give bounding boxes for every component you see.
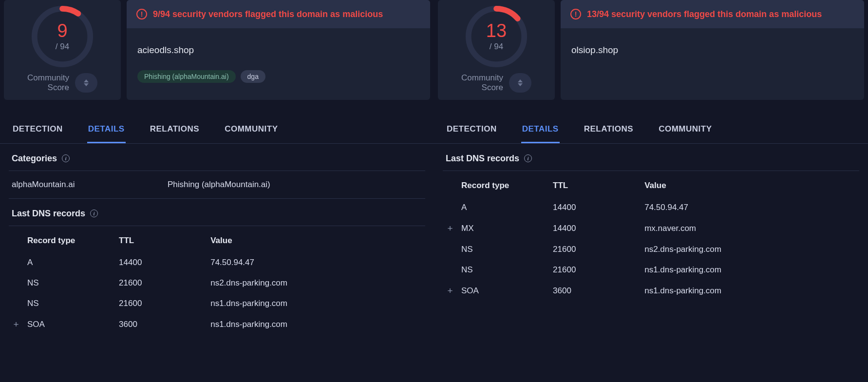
- dns-ttl: 3600: [115, 314, 207, 335]
- dns-type: NS: [23, 273, 115, 293]
- downvote-icon: [518, 83, 523, 86]
- dns-ttl: 21600: [549, 260, 641, 280]
- score-gauge: 9 / 94: [31, 5, 94, 68]
- tag[interactable]: Phishing (alphaMountain.ai): [137, 70, 236, 83]
- dns-header: Value: [641, 174, 859, 197]
- community-label-line1: Community: [461, 73, 503, 83]
- detail-card: ! 13/94 security vendors flagged this do…: [561, 0, 864, 100]
- community-vote-toggle[interactable]: [509, 73, 531, 93]
- score-card: 13 / 94 Community Score: [438, 0, 555, 100]
- dns-row: +SOA3600ns1.dns-parking.com: [9, 314, 425, 335]
- expand-icon: [9, 273, 23, 293]
- dns-row: NS21600ns2.dns-parking.com: [443, 239, 859, 260]
- score-gauge: 13 / 94: [465, 5, 528, 68]
- dns-heading: Last DNS records: [446, 153, 519, 164]
- dns-val: ns1.dns-parking.com: [641, 260, 859, 280]
- dns-section: Last DNS records i Record typeTTLValueA1…: [0, 199, 434, 335]
- community-score: Community Score: [27, 73, 97, 93]
- alert-text: 9/94 security vendors flagged this domai…: [153, 9, 383, 19]
- upvote-icon: [518, 79, 523, 82]
- tab-relations[interactable]: RELATIONS: [149, 117, 200, 143]
- dns-type: MX: [457, 218, 549, 239]
- dns-val: ns1.dns-parking.com: [207, 314, 425, 335]
- community-label-line2: Score: [27, 83, 69, 93]
- dns-val: 74.50.94.47: [641, 197, 859, 218]
- detection-total: / 94: [490, 42, 503, 52]
- dns-val: 74.50.94.47: [207, 252, 425, 273]
- community-score: Community Score: [461, 73, 531, 93]
- dns-type: NS: [23, 293, 115, 314]
- result-panel-left: 9 / 94 Community Score ! 9/94 security v…: [0, 0, 434, 382]
- dns-row: +MX14400mx.naver.com: [443, 218, 859, 239]
- dns-ttl: 14400: [549, 218, 641, 239]
- dns-row: +SOA3600ns1.dns-parking.com: [443, 280, 859, 302]
- dns-val: ns1.dns-parking.com: [207, 293, 425, 314]
- categories-section: Categories i alphaMountain.ai Phishing (…: [0, 144, 434, 199]
- tag-row: Phishing (alphaMountain.ai)dga: [137, 70, 419, 83]
- expand-icon: [443, 239, 457, 260]
- dns-val: mx.naver.com: [641, 218, 859, 239]
- tag[interactable]: dga: [241, 70, 265, 83]
- tab-details[interactable]: DETAILS: [521, 117, 560, 143]
- score-card: 9 / 94 Community Score: [4, 0, 121, 100]
- dns-ttl: 3600: [549, 280, 641, 302]
- alert-text: 13/94 security vendors flagged this doma…: [587, 9, 822, 19]
- detection-score: 9: [57, 21, 67, 40]
- tab-detection[interactable]: DETECTION: [12, 117, 64, 143]
- community-vote-toggle[interactable]: [75, 73, 97, 93]
- dns-type: NS: [457, 239, 549, 260]
- dns-val: ns2.dns-parking.com: [641, 239, 859, 260]
- tab-relations[interactable]: RELATIONS: [583, 117, 634, 143]
- community-label-line2: Score: [461, 83, 503, 93]
- dns-row: A1440074.50.94.47: [443, 197, 859, 218]
- info-icon[interactable]: i: [524, 154, 532, 162]
- downvote-icon: [84, 83, 89, 86]
- malicious-alert: ! 9/94 security vendors flagged this dom…: [127, 0, 430, 28]
- expand-icon[interactable]: +: [9, 314, 23, 335]
- detail-card: ! 9/94 security vendors flagged this dom…: [127, 0, 430, 100]
- detail-tabs: DETECTIONDETAILSRELATIONSCOMMUNITY: [434, 117, 868, 144]
- tab-community[interactable]: COMMUNITY: [658, 117, 713, 143]
- categories-heading: Categories: [12, 153, 57, 164]
- dns-table: Record typeTTLValueA1440074.50.94.47NS21…: [9, 229, 425, 335]
- dns-ttl: 21600: [549, 239, 641, 260]
- dns-row: NS21600ns1.dns-parking.com: [443, 260, 859, 280]
- dns-header: Record type: [457, 174, 549, 197]
- community-label-line1: Community: [27, 73, 69, 83]
- expand-icon[interactable]: +: [443, 218, 457, 239]
- dns-type: SOA: [457, 280, 549, 302]
- upvote-icon: [84, 79, 89, 82]
- detection-total: / 94: [56, 42, 69, 52]
- dns-type: A: [23, 252, 115, 273]
- tab-community[interactable]: COMMUNITY: [224, 117, 279, 143]
- top-row: 9 / 94 Community Score ! 9/94 security v…: [0, 0, 434, 100]
- dns-type: A: [457, 197, 549, 218]
- dns-row: A1440074.50.94.47: [9, 252, 425, 273]
- dns-header: TTL: [549, 174, 641, 197]
- dns-type: SOA: [23, 314, 115, 335]
- dns-row: NS21600ns1.dns-parking.com: [9, 293, 425, 314]
- domain-name: acieodls.shop: [137, 45, 419, 56]
- expand-icon: [443, 197, 457, 218]
- info-icon[interactable]: i: [90, 210, 98, 217]
- info-icon[interactable]: i: [62, 154, 70, 162]
- dns-val: ns1.dns-parking.com: [641, 280, 859, 302]
- expand-icon: [443, 260, 457, 280]
- alert-icon: !: [136, 9, 147, 19]
- expand-icon: [9, 293, 23, 314]
- expand-icon[interactable]: +: [443, 280, 457, 302]
- category-vendor: alphaMountain.ai: [12, 180, 168, 190]
- expand-icon: [9, 252, 23, 273]
- dns-section: Last DNS records i Record typeTTLValueA1…: [434, 144, 868, 302]
- dns-table: Record typeTTLValueA1440074.50.94.47+MX1…: [443, 174, 859, 302]
- dns-row: NS21600ns2.dns-parking.com: [9, 273, 425, 293]
- malicious-alert: ! 13/94 security vendors flagged this do…: [561, 0, 864, 28]
- tab-detection[interactable]: DETECTION: [446, 117, 498, 143]
- result-panel-right: 13 / 94 Community Score ! 13/94 security…: [434, 0, 868, 382]
- dns-val: ns2.dns-parking.com: [207, 273, 425, 293]
- tab-details[interactable]: DETAILS: [87, 117, 126, 143]
- detection-score: 13: [486, 21, 507, 40]
- dns-header: Value: [207, 229, 425, 252]
- dns-heading: Last DNS records: [12, 209, 85, 219]
- dns-ttl: 21600: [115, 293, 207, 314]
